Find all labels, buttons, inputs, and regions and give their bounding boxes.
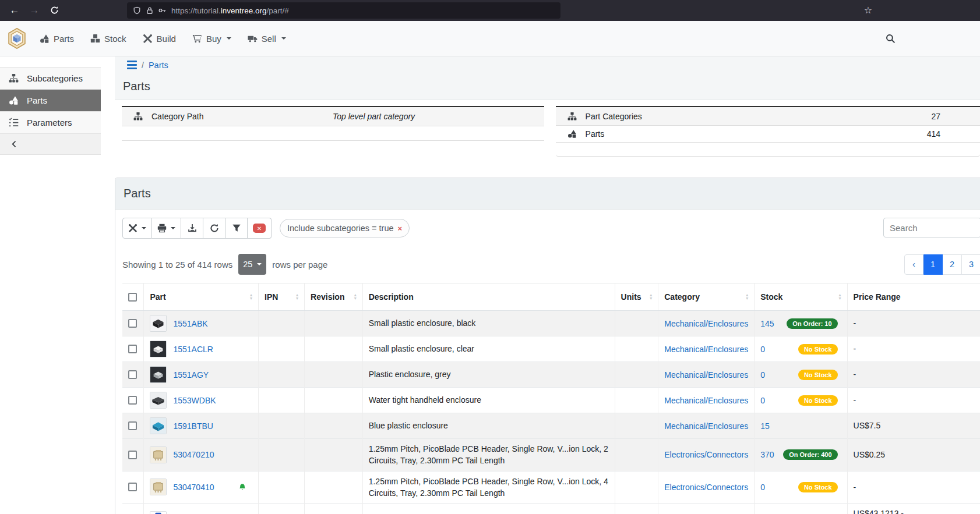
category-link[interactable]: Electronics/Connectors <box>664 450 748 459</box>
sidebar-item-parts[interactable]: Parts <box>0 90 101 112</box>
part-thumbnail[interactable] <box>150 341 167 357</box>
category-path-row: Category Path Top level part category <box>122 107 544 126</box>
nav-item-stock[interactable]: Stock <box>90 34 126 44</box>
url-bar[interactable]: https://tutorial.inventree.org/part/# <box>127 2 560 19</box>
row-checkbox[interactable] <box>128 483 137 491</box>
nav-item-build[interactable]: Build <box>143 34 176 44</box>
stock-link[interactable]: 15 <box>760 421 770 431</box>
stock-link[interactable]: 0 <box>760 483 765 492</box>
refresh-button[interactable] <box>203 218 225 239</box>
stock-status-badge: On Order: 400 <box>783 449 837 460</box>
part-thumbnail[interactable] <box>150 315 167 332</box>
units-cell <box>615 413 658 439</box>
bookmark-star-icon[interactable]: ☆ <box>864 5 872 16</box>
description-cell: 1.25mm Pitch, PicoBlade PCB Header, Sing… <box>362 471 615 504</box>
breadcrumb-link-parts[interactable]: Parts <box>149 61 168 70</box>
sidebar-item-subcategories[interactable]: Subcategories <box>0 68 101 90</box>
nav-item-parts[interactable]: Parts <box>40 34 74 44</box>
pagination-page-3[interactable]: 3 <box>962 254 980 275</box>
remove-filter-icon[interactable]: × <box>398 224 403 233</box>
page-size-dropdown[interactable]: 25 <box>238 254 266 275</box>
part-thumbnail[interactable] <box>150 417 167 434</box>
stock-link[interactable]: 0 <box>760 370 765 380</box>
category-link[interactable]: Mechanical/Enclosures <box>664 421 748 431</box>
download-button[interactable] <box>181 218 203 239</box>
part-link[interactable]: 530470210 <box>173 450 214 459</box>
browser-back-icon[interactable]: ← <box>5 5 24 16</box>
printer-button[interactable] <box>152 218 181 239</box>
part-thumbnail[interactable] <box>150 392 167 409</box>
table-row: 5304702101.25mm Pitch, PicoBlade PCB Hea… <box>122 439 980 472</box>
breadcrumb-menu-icon[interactable] <box>127 61 137 69</box>
stock-link[interactable]: 0 <box>760 396 765 405</box>
parts-count-row: Parts 414 <box>556 126 980 143</box>
filter-chip[interactable]: Include subcategories = true × <box>280 219 410 237</box>
category-link[interactable]: Mechanical/Enclosures <box>664 370 748 380</box>
row-checkbox[interactable] <box>128 370 137 379</box>
caret-down-icon <box>142 227 146 229</box>
clear-filters-button[interactable]: ✕ <box>248 218 272 239</box>
filter-button[interactable] <box>225 218 248 239</box>
row-checkbox[interactable] <box>128 451 137 459</box>
sort-icon[interactable]: ▴▾ <box>646 293 652 300</box>
column-header-category[interactable]: Category▴▾ <box>658 283 755 311</box>
pagination-page-1[interactable]: 1 <box>923 254 943 275</box>
sidebar-collapse-button[interactable] <box>0 134 101 155</box>
category-link[interactable]: Mechanical/Enclosures <box>664 396 748 405</box>
nav-item-buy[interactable]: Buy <box>192 34 231 44</box>
sitemap-icon <box>9 73 19 83</box>
column-header-ipn[interactable]: IPN▴▾ <box>259 283 305 311</box>
table-row: 1551ACLRSmall plastic enclosure, clearMe… <box>122 336 980 362</box>
caret-down-icon <box>171 227 175 229</box>
part-thumbnail[interactable] <box>150 366 167 383</box>
pagination-prev[interactable]: ‹ <box>904 254 923 275</box>
part-link[interactable]: 530470410 <box>173 483 214 492</box>
tools-button[interactable] <box>122 218 152 239</box>
part-link[interactable]: 1551AGY <box>173 370 209 380</box>
part-link[interactable]: 1553WDBK <box>173 396 216 405</box>
inventree-logo[interactable] <box>7 28 27 49</box>
row-checkbox[interactable] <box>128 421 137 430</box>
stock-link[interactable]: 0 <box>760 345 765 354</box>
revision-cell <box>305 362 363 388</box>
caret-down-icon <box>257 263 262 265</box>
part-thumbnail[interactable] <box>150 478 167 495</box>
sort-icon[interactable]: ▴▾ <box>742 293 748 300</box>
sort-icon[interactable]: ▴▾ <box>351 293 357 300</box>
pagination-page-2[interactable]: 2 <box>943 254 962 275</box>
units-cell <box>615 388 658 413</box>
part-link[interactable]: 1591BTBU <box>173 421 213 431</box>
category-link[interactable]: Mechanical/Enclosures <box>664 319 748 328</box>
browser-forward-icon[interactable]: → <box>24 5 44 16</box>
category-link[interactable]: Mechanical/Enclosures <box>664 345 748 354</box>
search-icon[interactable] <box>886 34 896 45</box>
category-link[interactable]: Electronics/Connectors <box>664 483 748 492</box>
sort-icon[interactable]: ▴▾ <box>836 293 841 300</box>
column-header-stock[interactable]: Stock▴▾ <box>755 283 847 311</box>
caret-down-icon <box>227 37 231 40</box>
nav-item-sell[interactable]: Sell <box>248 34 286 44</box>
part-categories-row: Part Categories 27 <box>556 107 980 126</box>
column-header-part[interactable]: Part▴▾ <box>144 283 259 311</box>
part-thumbnail[interactable] <box>150 446 167 463</box>
part-thumbnail[interactable] <box>150 511 167 514</box>
browser-reload-icon[interactable] <box>44 5 64 16</box>
search-input[interactable] <box>883 218 980 237</box>
revision-cell <box>305 311 363 336</box>
row-checkbox[interactable] <box>128 345 137 353</box>
truck-icon <box>248 34 258 44</box>
part-link[interactable]: 1551ACLR <box>173 345 213 354</box>
select-all-checkbox[interactable] <box>128 293 137 302</box>
row-checkbox[interactable] <box>128 396 137 405</box>
stock-link[interactable]: 370 <box>760 450 774 459</box>
column-header-revision[interactable]: Revision▴▾ <box>305 283 363 311</box>
stock-link[interactable]: 145 <box>760 319 774 328</box>
ipn-cell <box>259 336 305 362</box>
sidebar-item-parameters[interactable]: Parameters <box>0 112 101 134</box>
sort-icon[interactable]: ▴▾ <box>246 293 252 300</box>
row-checkbox[interactable] <box>128 319 137 328</box>
sort-icon[interactable]: ▴▾ <box>292 293 298 300</box>
column-header-units[interactable]: Units▴▾ <box>615 283 658 311</box>
part-link[interactable]: 1551ABK <box>173 319 207 328</box>
table-row: 1553WDBKWater tight handheld enclosureMe… <box>122 388 980 413</box>
